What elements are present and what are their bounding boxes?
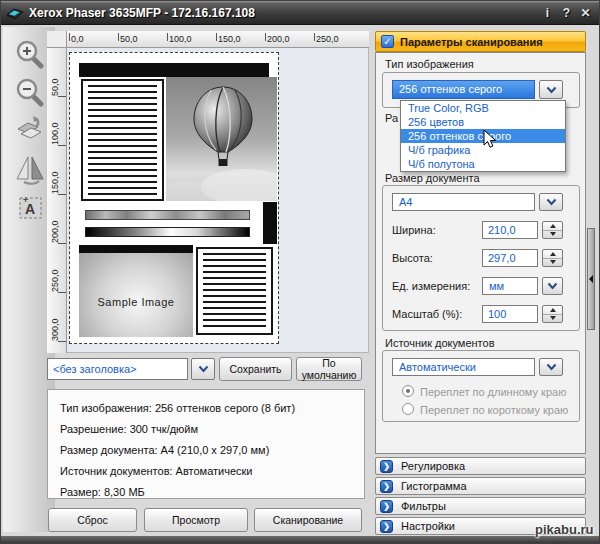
- ruler-tick: [58, 194, 66, 195]
- ruler-label: 150,0: [218, 34, 241, 44]
- ruler-tick: [265, 33, 266, 41]
- chevron-down-icon: [546, 198, 557, 206]
- window-bottom-frame: [1, 536, 599, 543]
- radio-long-edge[interactable]: [402, 385, 414, 397]
- ruler-tick: [314, 33, 315, 41]
- svg-text:+: +: [23, 195, 28, 205]
- gradient-bar-gray: [85, 210, 250, 220]
- ruler-label: 200,0: [50, 216, 60, 243]
- radio-short-edge[interactable]: [402, 403, 414, 415]
- summary-document-source: Источник документов: Автоматически: [60, 462, 352, 483]
- close-button[interactable]: ✕: [578, 6, 593, 20]
- scan-settings-checkbox[interactable]: ✓: [381, 35, 394, 48]
- units-combo[interactable]: мм: [482, 277, 538, 295]
- radio-long-edge-label: Переплет по длинному краю: [420, 386, 566, 398]
- save-profile-button[interactable]: Сохранить: [219, 357, 292, 381]
- profile-name-input[interactable]: [47, 358, 188, 380]
- ruler-label: 200,0: [267, 34, 290, 44]
- chevron-down-icon: [198, 365, 209, 373]
- help-button[interactable]: ?: [559, 6, 574, 20]
- image-type-dropdown-button[interactable]: [539, 80, 563, 99]
- dropdown-option-truecolor[interactable]: True Color, RGB: [401, 101, 565, 115]
- document-source-dropdown-button[interactable]: [539, 358, 563, 376]
- dropdown-option-bw-halftone[interactable]: Ч/б полутона: [401, 157, 565, 171]
- scanner-app-icon: [6, 5, 24, 24]
- scan-selection-marquee[interactable]: Sample Image: [69, 52, 279, 344]
- ruler-label: 0,0: [71, 34, 84, 44]
- paper-preset-combo[interactable]: A4: [392, 193, 535, 211]
- width-field[interactable]: [482, 221, 538, 239]
- document-size-label: Размер документа: [385, 172, 480, 184]
- ruler-label: 100,0: [169, 34, 192, 44]
- titlebar: Xerox Phaser 3635MFP - 172.16.167.108 i …: [1, 1, 599, 25]
- text-lines-block: [81, 79, 164, 201]
- image-type-label: Тип изображения: [385, 58, 474, 70]
- document-source-combo[interactable]: Автоматически: [392, 358, 535, 376]
- ruler-tick: [58, 96, 66, 97]
- sample-image-photo: Sample Image: [79, 245, 193, 337]
- accordion-adjustment[interactable]: ❯ Регулировка: [375, 457, 586, 475]
- photo-header-bar: [79, 245, 193, 253]
- ruler-label: 50,0: [50, 72, 60, 96]
- accordion-histogram[interactable]: ❯ Гистограмма: [375, 477, 586, 495]
- zoom-out-icon[interactable]: [14, 77, 46, 109]
- accordion-adjustment-label: Регулировка: [401, 458, 465, 475]
- image-type-combo[interactable]: 256 оттенков серого: [392, 80, 535, 99]
- profile-dropdown-button[interactable]: [191, 358, 215, 380]
- sample-image-caption: Sample Image: [79, 296, 193, 308]
- vertical-ruler: 50,0 100,0 150,0 200,0 250,0 300,0: [47, 48, 67, 353]
- page-header-bar: [79, 63, 269, 77]
- scale-field[interactable]: [482, 305, 538, 323]
- ruler-tick: [58, 243, 66, 244]
- default-profile-button[interactable]: По умолчанию: [296, 357, 362, 381]
- accordion-filters[interactable]: ❯ Фильтры: [375, 497, 586, 515]
- units-dropdown-button[interactable]: [542, 277, 563, 295]
- balloon-photo: [166, 77, 277, 201]
- spin-down-icon: [550, 232, 556, 236]
- ruler-tick: [58, 341, 66, 342]
- height-stepper[interactable]: [542, 249, 563, 267]
- dropdown-option-256colors[interactable]: 256 цветов: [401, 115, 565, 129]
- ruler-tick: [58, 292, 66, 293]
- document-source-label: Источник документов: [385, 337, 495, 349]
- preview-button[interactable]: Просмотр: [144, 508, 248, 532]
- height-field[interactable]: [482, 249, 538, 267]
- accordion-settings-label: Настройки: [401, 518, 455, 535]
- ruler-tick: [118, 33, 119, 41]
- summary-file-size: Размер: 8,30 МБ: [60, 483, 352, 504]
- scale-label: Масштаб (%):: [392, 308, 462, 320]
- ruler-tick: [69, 33, 70, 41]
- panel-collapse-handle[interactable]: [587, 228, 595, 330]
- scanner-dialog-window: Xerox Phaser 3635MFP - 172.16.167.108 i …: [0, 0, 600, 544]
- rotate-page-icon[interactable]: [14, 115, 46, 147]
- ruler-tick: [167, 33, 168, 41]
- accordion-filters-label: Фильтры: [401, 498, 446, 515]
- ruler-tick: [216, 33, 217, 41]
- reset-button[interactable]: Сброс: [48, 508, 137, 532]
- ruler-corner: [47, 31, 67, 48]
- text-lines-block: [196, 247, 273, 335]
- ruler-label: 300,0: [50, 314, 60, 341]
- chevron-down-icon: [546, 86, 557, 94]
- auto-detect-text-icon[interactable]: A +: [14, 191, 46, 223]
- chevron-right-icon: ❯: [380, 460, 393, 473]
- summary-document-size: Размер документа: A4 (210,0 x 297,0 мм): [60, 441, 352, 462]
- chevron-right-icon: ❯: [380, 520, 393, 533]
- ruler-label: 50,0: [120, 34, 138, 44]
- chevron-right-icon: ❯: [380, 500, 393, 513]
- spin-up-icon: [550, 308, 556, 312]
- scale-stepper[interactable]: [542, 305, 563, 323]
- spin-up-icon: [550, 224, 556, 228]
- horizontal-ruler: 0,0 50,0 100,0 150,0 200,0 250,0: [67, 31, 369, 48]
- watermark: pikabu.ru: [535, 522, 594, 537]
- info-button[interactable]: i: [540, 6, 555, 20]
- ruler-tick: [58, 145, 66, 146]
- mirror-page-icon[interactable]: [14, 153, 46, 185]
- scan-settings-header[interactable]: ✓ Параметры сканирования: [375, 31, 586, 52]
- zoom-in-icon[interactable]: [14, 39, 46, 71]
- chevron-right-icon: ❯: [380, 480, 393, 493]
- paper-preset-dropdown-button[interactable]: [539, 193, 563, 211]
- width-stepper[interactable]: [542, 221, 563, 239]
- scan-button[interactable]: Сканирование: [254, 508, 362, 532]
- ruler-label: 250,0: [316, 34, 339, 44]
